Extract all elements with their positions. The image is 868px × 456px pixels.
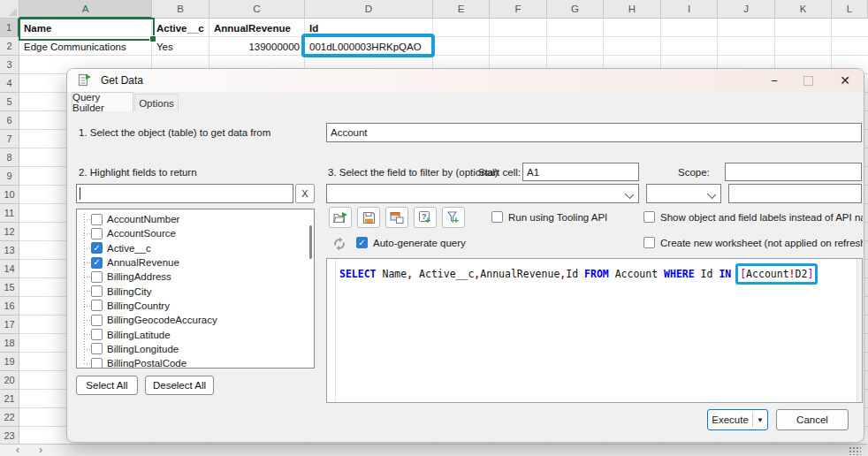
sheet-nav-prev-icon[interactable]: ‹ <box>16 445 19 456</box>
soql-query-text[interactable]: SELECT Name, Active__c,AnnualRevenue,Id … <box>339 266 853 282</box>
clear-search-button[interactable]: X <box>295 184 315 203</box>
select-all-corner[interactable] <box>0 0 19 19</box>
field-checkbox[interactable] <box>91 300 103 311</box>
cell-B1[interactable]: Active__c <box>154 19 208 37</box>
field-checkbox[interactable] <box>91 271 103 283</box>
refresh-button[interactable] <box>329 233 350 255</box>
start-cell-input[interactable]: A1 <box>522 163 639 181</box>
column-header-C[interactable]: C <box>209 0 305 19</box>
column-header-L[interactable]: L <box>832 0 868 19</box>
scope-input[interactable] <box>725 163 862 181</box>
dialog-titlebar[interactable]: Get Data − ✕ <box>67 69 864 92</box>
field-search-input[interactable] <box>76 184 293 203</box>
row-header-13[interactable]: 13 <box>0 241 19 260</box>
field-item-BillingLatitude[interactable]: BillingLatitude <box>80 327 314 341</box>
row-header-23[interactable]: 23 <box>0 427 19 445</box>
row-header-10[interactable]: 10 <box>0 186 19 204</box>
cell-B2[interactable]: Yes <box>154 37 208 56</box>
field-item-BillingGeocodeAccuracy[interactable]: BillingGeocodeAccuracy <box>80 313 314 327</box>
row-header-17[interactable]: 17 <box>0 315 19 334</box>
row-header-16[interactable]: 16 <box>0 297 19 315</box>
filter-value-input[interactable] <box>728 184 862 203</box>
field-item-AccountNumber[interactable]: AccountNumber <box>80 212 314 226</box>
open-query-button[interactable] <box>329 207 352 228</box>
field-checkbox[interactable] <box>91 214 103 225</box>
column-header-I[interactable]: I <box>661 0 718 19</box>
row-header-9[interactable]: 9 <box>0 167 19 186</box>
tab-options[interactable]: Options <box>134 94 179 111</box>
resize-grip-icon[interactable] <box>849 446 861 455</box>
insert-table-button[interactable] <box>385 207 408 228</box>
column-header-K[interactable]: K <box>775 0 832 19</box>
field-item-Active__c[interactable]: ✓Active__c <box>80 241 314 255</box>
auto-generate-checkbox[interactable]: ✓ <box>356 237 368 248</box>
field-checkbox[interactable] <box>91 329 103 340</box>
column-header-B[interactable]: B <box>152 0 209 19</box>
editor-scrollbar[interactable] <box>857 259 862 402</box>
row-header-22[interactable]: 22 <box>0 408 19 427</box>
field-checkbox[interactable] <box>91 285 103 297</box>
save-query-button[interactable] <box>357 207 380 228</box>
row-header-4[interactable]: 4 <box>0 74 19 93</box>
close-button[interactable]: ✕ <box>833 72 857 89</box>
excel-window: ABCDEFGHIJKL 123456789101112131415161718… <box>0 0 868 456</box>
field-item-BillingAddress[interactable]: BillingAddress <box>80 270 314 284</box>
field-item-BillingPostalCode[interactable]: BillingPostalCode <box>80 356 314 369</box>
row-header-12[interactable]: 12 <box>0 223 19 241</box>
field-list-scrollbar[interactable] <box>309 225 312 259</box>
select-all-button[interactable]: Select All <box>76 376 138 395</box>
field-checkbox[interactable] <box>91 228 103 239</box>
field-checkbox[interactable]: ✓ <box>91 257 103 269</box>
row-header-20[interactable]: 20 <box>0 371 19 390</box>
cancel-button[interactable]: Cancel <box>776 409 849 430</box>
column-header-E[interactable]: E <box>433 0 490 19</box>
column-header-H[interactable]: H <box>604 0 661 19</box>
fill-handle[interactable] <box>149 35 156 42</box>
execute-button[interactable]: Execute ▼ <box>707 409 768 430</box>
field-item-BillingCountry[interactable]: BillingCountry <box>80 299 314 313</box>
execute-dropdown-icon[interactable]: ▼ <box>753 416 767 424</box>
row-header-11[interactable]: 11 <box>0 204 19 223</box>
field-item-AnnualRevenue[interactable]: ✓AnnualRevenue <box>80 255 314 270</box>
row-header-7[interactable]: 7 <box>0 130 19 148</box>
row-header-21[interactable]: 21 <box>0 390 19 408</box>
minimize-button[interactable]: − <box>762 72 787 89</box>
field-item-BillingLongitude[interactable]: BillingLongitude <box>80 342 314 356</box>
filter-field-dropdown[interactable] <box>326 184 639 203</box>
row-header-14[interactable]: 14 <box>0 260 19 278</box>
deselect-all-button[interactable]: Deselect All <box>145 376 214 395</box>
row-header-1[interactable]: 1 <box>0 19 19 37</box>
object-input[interactable]: Account <box>326 123 862 142</box>
field-item-BillingCity[interactable]: BillingCity <box>80 284 314 298</box>
column-header-F[interactable]: F <box>490 0 547 19</box>
field-checkbox[interactable] <box>91 358 103 369</box>
row-header-6[interactable]: 6 <box>0 111 19 130</box>
row-header-19[interactable]: 19 <box>0 353 19 371</box>
query-editor[interactable]: SELECT Name, Active__c,AnnualRevenue,Id … <box>326 258 863 403</box>
new-worksheet-checkbox[interactable] <box>643 237 655 248</box>
filter-operator-dropdown[interactable] <box>646 184 721 203</box>
row-header-8[interactable]: 8 <box>0 148 19 167</box>
cell-C1[interactable]: AnnualRevenue <box>211 19 302 37</box>
field-checkbox[interactable]: ✓ <box>91 242 103 254</box>
row-header-3[interactable]: 3 <box>0 56 19 74</box>
add-help-button[interactable]: ? + <box>414 207 437 228</box>
row-header-15[interactable]: 15 <box>0 278 19 297</box>
column-header-J[interactable]: J <box>718 0 775 19</box>
tab-query-builder[interactable]: Query Builder <box>72 92 133 111</box>
row-header-2[interactable]: 2 <box>0 37 19 56</box>
field-checkbox[interactable] <box>91 343 103 354</box>
field-item-AccountSource[interactable]: AccountSource <box>80 226 314 240</box>
sheet-nav-next-icon[interactable]: › <box>39 445 42 456</box>
show-labels-checkbox[interactable] <box>643 211 655 223</box>
column-header-A[interactable]: A <box>19 0 152 19</box>
run-tooling-api-checkbox[interactable] <box>491 211 503 223</box>
column-header-G[interactable]: G <box>547 0 604 19</box>
field-checkbox[interactable] <box>91 315 103 326</box>
add-filter-button[interactable]: + <box>442 207 465 228</box>
row-header-18[interactable]: 18 <box>0 334 19 353</box>
column-header-D[interactable]: D <box>305 0 433 19</box>
field-list[interactable]: AccountNumberAccountSource✓Active__c✓Ann… <box>76 209 315 369</box>
cell-C2[interactable]: 139000000 <box>211 37 302 56</box>
row-header-5[interactable]: 5 <box>0 93 19 111</box>
